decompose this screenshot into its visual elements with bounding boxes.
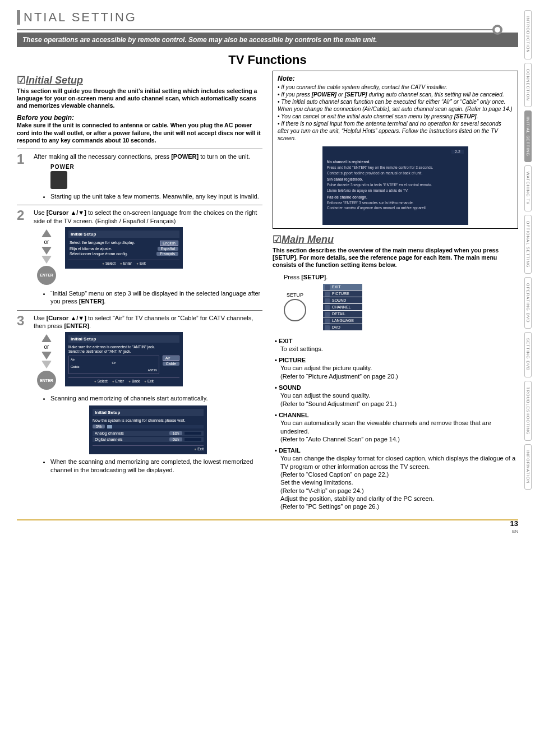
note-list: If you connect the cable system directly… <box>278 84 513 142</box>
side-tabs: INTRODUCTIONCONNECTIONINITIAL SETTINGWAT… <box>524 10 532 490</box>
section-title: TV Functions <box>17 53 518 67</box>
or-label: or <box>44 239 49 245</box>
side-tab: CONNECTION <box>524 63 532 107</box>
note-item: You can cancel or exit the initial auto … <box>278 113 513 120</box>
antenna-osd-line2: Select the destination of "ANT.IN" jack. <box>68 349 179 354</box>
side-tab: OPERATING DVD <box>524 277 532 329</box>
language-osd-buttons: SelectEnterExit <box>68 260 179 265</box>
scanning-osd-title: Initial Setup <box>93 409 204 416</box>
menu-desc-line: You can automatically scan the viewable … <box>280 419 518 435</box>
step-3-sub2: When the scanning and memorizing are com… <box>50 458 262 474</box>
hh-en-2: Contact support hotline provided on manu… <box>327 171 464 176</box>
step-2-text: Use [Cursor ▲/▼] to select the on-screen… <box>34 209 262 225</box>
step-3-number: 3 <box>17 314 29 476</box>
press-setup-line: Press [SETUP]. <box>284 274 518 280</box>
menu-desc-item: DETAILYou can change the display format … <box>275 446 518 510</box>
scan-progress-bar <box>107 425 204 428</box>
menu-desc-title: DETAIL <box>275 446 518 454</box>
step-2-number: 2 <box>17 209 29 307</box>
page-header: NTIAL SETTING <box>17 10 518 25</box>
side-tab: INITIAL SETTING <box>524 110 532 163</box>
hh-es-head: Sin canal registrado. <box>327 177 464 182</box>
menu-desc-line: (Refer to “Auto Channel Scan” on page 14… <box>280 435 518 443</box>
helpful-hints-corner: 2-2 <box>451 150 464 154</box>
note-title: Note: <box>278 75 513 82</box>
setup-key-graphic: SETUP <box>284 292 306 321</box>
cursor-down-icon <box>41 247 52 255</box>
side-tab: TROUBLESHOOTING <box>524 381 532 441</box>
enter-button-icon: ENTER <box>37 266 56 285</box>
antenna-air-option: Air <box>163 356 179 361</box>
antenna-osd: Initial Setup Make sure the antenna is c… <box>65 332 183 386</box>
menu-desc-line: (Refer to “Sound Adjustment” on page 21.… <box>280 400 518 408</box>
step-1-text: After making all the necessary connectio… <box>34 153 262 160</box>
antenna-osd-line1: Make sure the antenna is connected to "A… <box>68 345 179 349</box>
cursor-keys-icon: or ENTER <box>37 229 56 285</box>
title-underline <box>17 29 496 30</box>
lang-row-en-value: English <box>160 241 178 246</box>
setup-menu-item: CHANNEL <box>323 304 362 310</box>
hh-en-head: No channel is registered. <box>327 160 464 164</box>
menu-desc-line: (Refer to “PC Settings” on page 26.) <box>280 503 518 510</box>
before-you-begin-text: Make sure if the unit is connected to an… <box>17 122 262 144</box>
initial-setup-heading: Initial Setup <box>17 74 262 86</box>
lang-row-fr-label: Sélectionner langue écran config. <box>70 252 128 256</box>
remote-note-bar: These operations are accessible by remot… <box>17 33 518 47</box>
side-tab: SETTING DVD <box>524 332 532 377</box>
cursor-keys-icon-2: or ENTER <box>37 334 56 390</box>
setup-menu-item: EXIT <box>323 284 362 290</box>
note-item: If there is no signal input from the ant… <box>278 120 513 142</box>
cursor-down-shadow-icon-2 <box>41 361 52 368</box>
language-osd: Initial Setup Select the language for se… <box>65 227 183 269</box>
language-osd-title: Initial Setup <box>68 231 179 238</box>
antenna-osd-title: Initial Setup <box>68 335 179 343</box>
setup-menu-item: PICTURE <box>323 291 362 297</box>
step-1: 1 After making all the necessary connect… <box>17 149 262 205</box>
menu-desc-item: SOUNDYou can adjust the sound quality.(R… <box>275 384 518 408</box>
step-1-sub: Starting up the unit take a few moments.… <box>50 192 262 200</box>
right-column: Note: If you connect the cable system di… <box>273 71 518 514</box>
or-label-2: or <box>44 344 49 350</box>
lang-row-es-value: Español <box>158 247 178 251</box>
hh-fr-1: Enfoncez "ENTER" 3 secondes sur la téléc… <box>327 201 464 205</box>
scan-analog-value: 1ch <box>169 431 182 435</box>
before-you-begin-label: Before you begin: <box>17 114 262 122</box>
scanning-msg: Now the system is scanning for channels,… <box>93 418 204 422</box>
antenna-diagram: Air Or Cable ANT.IN <box>68 356 159 374</box>
cursor-up-icon-2 <box>41 334 52 342</box>
menu-desc-title: PICTURE <box>275 356 518 364</box>
menu-desc-title: CHANNEL <box>275 411 518 419</box>
menu-desc-line: You can adjust the picture quality. <box>280 364 518 372</box>
main-menu-intro: This section describes the overview of t… <box>273 247 518 269</box>
hh-fr-head: Pas de chaîne consign. <box>327 195 464 200</box>
hh-es-2: Llame teléfono de apoyo en manual o atrá… <box>327 188 464 193</box>
title-circle-icon <box>492 25 502 35</box>
menu-desc-line: You can adjust the sound quality. <box>280 391 518 399</box>
hh-es-1: Pulse durante 3 segundos la tecla "ENTER… <box>327 183 464 187</box>
page-lang: EN <box>512 529 518 534</box>
lang-row-fr-value: Français <box>156 252 178 256</box>
power-label: POWER <box>50 164 262 170</box>
side-tab: INFORMATION <box>524 444 532 490</box>
setup-menu-item: SOUND <box>323 297 362 303</box>
cursor-down-shadow-icon <box>41 256 52 264</box>
step-2: 2 Use [Cursor ▲/▼] to select the on-scre… <box>17 205 262 310</box>
menu-desc-line: You can change the display format for cl… <box>280 454 518 471</box>
menu-desc-item: PICTUREYou can adjust the picture qualit… <box>275 356 518 380</box>
page-number: 13 <box>510 519 518 528</box>
menu-desc-item: EXITTo exit settings. <box>275 337 518 353</box>
hh-fr-2: Contacter numéro d'urgence dans manuel o… <box>327 206 464 210</box>
setup-circle-icon <box>284 299 306 321</box>
setup-menu-graphic: EXITPICTURESOUNDCHANNELDETAILLANGUAGEDVD <box>323 284 362 330</box>
menu-desc-line: Adjust the position, stability and clari… <box>280 495 518 503</box>
lang-row-en-label: Select the language for setup display. <box>70 241 135 246</box>
antenna-osd-buttons: SelectEnterBackExit <box>68 377 179 383</box>
side-tab: INTRODUCTION <box>524 10 532 59</box>
step-1-number: 1 <box>17 153 29 203</box>
menu-description-list: EXITTo exit settings.PICTUREYou can adju… <box>275 337 518 511</box>
power-button-icon <box>50 171 67 189</box>
left-column: Initial Setup This section will guide yo… <box>17 71 262 514</box>
antenna-cable-option: Cable <box>163 362 179 366</box>
step-2-sub: “Initial Setup” menu on step 3 will be d… <box>50 289 262 306</box>
step-3: 3 Use [Cursor ▲/▼] to select “Air” for T… <box>17 310 262 478</box>
